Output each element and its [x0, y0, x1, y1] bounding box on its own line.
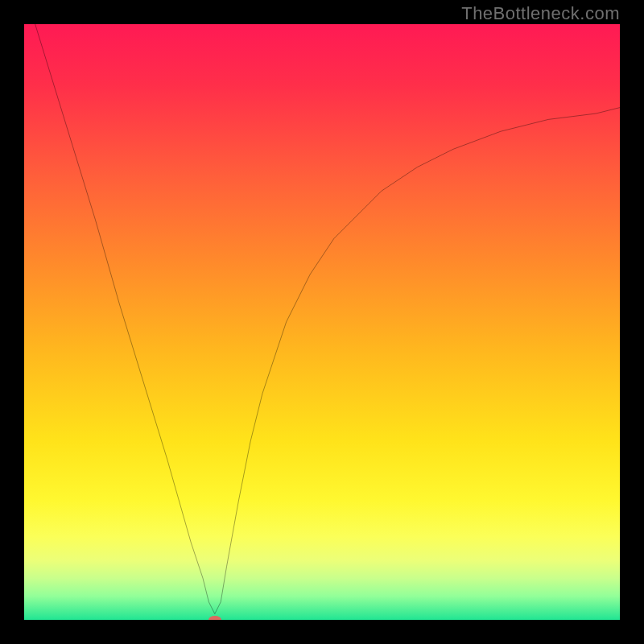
chart-frame: TheBottleneck.com [0, 0, 644, 644]
optimum-marker [208, 616, 221, 620]
curve-layer [24, 24, 620, 620]
watermark-text: TheBottleneck.com [461, 3, 620, 24]
plot-area [24, 24, 620, 620]
bottleneck-curve [24, 24, 620, 614]
